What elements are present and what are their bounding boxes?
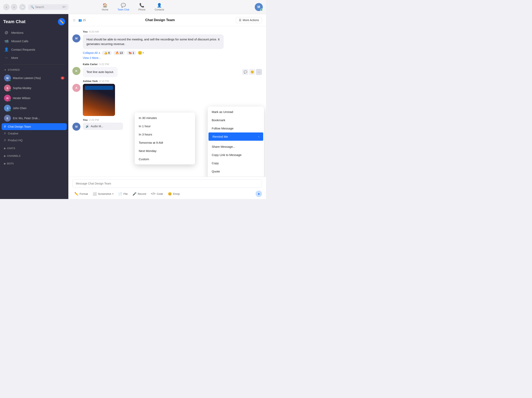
channel-name-chat-design: Chat Design Team [8, 125, 31, 128]
file-button[interactable]: 📄 File [116, 191, 130, 197]
remind-30min[interactable]: In 30 minutes [135, 114, 195, 122]
context-copy[interactable]: Copy [208, 159, 264, 167]
search-bar[interactable]: 🔍 Search ⌘F [28, 4, 68, 10]
chats-chevron-icon: ▶ [4, 147, 6, 150]
contact-item-sophia[interactable]: S Sophia Mosley [2, 83, 67, 93]
context-bookmark[interactable]: Bookmark [208, 116, 264, 124]
channel-item-chat-design[interactable]: # Chat Design Team [2, 123, 67, 130]
add-reaction-button[interactable]: 🙂+ [138, 51, 144, 55]
context-share[interactable]: Share Message... [208, 143, 264, 151]
contact-name-hester: Hester Wilson [13, 96, 30, 100]
sidebar: Team Chat ✏️ @ Mentions 📹 Missed Calls 👤… [0, 14, 68, 199]
remind-3hr[interactable]: In 3 hours [135, 130, 195, 139]
user-avatar[interactable]: M [255, 3, 263, 11]
contact-avatar-john: J [4, 105, 11, 112]
collapsible-chats: ▶ CHATS [0, 145, 68, 151]
channel-item-product-hq[interactable]: # Product HQ [2, 137, 67, 144]
nav-contacts[interactable]: 👤 Contacts [153, 2, 166, 12]
nav-back-button[interactable]: ‹ [3, 4, 10, 10]
collapse-chevron-icon: ∧ [98, 51, 100, 55]
contact-item-maurice[interactable]: M Maurice Lawson (You) 1 [2, 73, 67, 83]
remind-monday[interactable]: Next Monday [135, 147, 195, 155]
format-icon: ✏️ [74, 192, 78, 196]
send-button[interactable]: ➤ [256, 190, 262, 197]
badge-maurice: 1 [61, 76, 64, 79]
channels-section-header[interactable]: ▶ CHANNELS [2, 153, 67, 159]
message-input[interactable] [72, 179, 262, 188]
emoji-label: Emoji [173, 192, 180, 195]
sidebar-item-contact-requests[interactable]: 👤 Contact Requests [2, 45, 67, 54]
nav-history-button[interactable]: 🕐 [19, 4, 26, 10]
code-button[interactable]: </> Code [149, 191, 165, 197]
missed-calls-icon: 📹 [4, 39, 9, 43]
contact-item-hester[interactable]: H Hester Wilson [2, 93, 67, 103]
format-button[interactable]: ✏️ Format [72, 191, 90, 197]
emoji-button[interactable]: 😊 Emoji [166, 191, 182, 197]
record-button[interactable]: 🎤 Record [131, 191, 148, 197]
avatar-initials-eric: E [7, 117, 8, 120]
channel-hash-creative-icon: # [4, 132, 6, 135]
message-group-2: Katie Carter 5:22 PM K Text line auto la… [72, 63, 262, 77]
context-mark-unread[interactable]: Mark as Unread [208, 108, 264, 116]
fire-count: 13 [120, 51, 123, 55]
contact-name-maurice: Maurice Lawson (You) [13, 76, 41, 80]
compose-button[interactable]: ✏️ [58, 18, 65, 25]
sidebar-item-more[interactable]: ··· More [2, 54, 67, 62]
collapse-all-button[interactable]: Collapse All ∧ [83, 51, 100, 55]
remind-tomorrow[interactable]: Tomorrow at 9 AM [135, 139, 195, 147]
contact-requests-icon: 👤 [4, 47, 9, 52]
input-toolbar: ✏️ Format ⬜ Screenshot ▾ 📄 File 🎤 Record [72, 189, 262, 199]
member-count-value: 15 [83, 19, 86, 22]
remind-custom[interactable]: Custom [135, 155, 195, 163]
channels-label: CHANNELS [7, 155, 20, 157]
nav-team-chat[interactable]: 💬 Team Chat [116, 2, 131, 12]
online-dot-maurice [9, 79, 11, 82]
image-message [83, 84, 115, 116]
remind-label: Remind Me [213, 135, 228, 138]
message-input-area: ✏️ Format ⬜ Screenshot ▾ 📄 File 🎤 Record [68, 177, 266, 199]
message-row-1: M Host should be able to record the meet… [72, 34, 262, 59]
message-actions-2: 💬 🙂 ··· [242, 69, 262, 75]
contact-item-john[interactable]: J John Chen [2, 103, 67, 113]
react-button[interactable]: 🙂 [249, 69, 255, 75]
screenshot-button[interactable]: ⬜ Screenshot ▾ [91, 191, 115, 197]
context-remind[interactable]: Remind Me › [209, 133, 263, 141]
channel-item-creative[interactable]: # Creative [2, 130, 67, 137]
nav-forward-button[interactable]: › [11, 4, 17, 10]
reaction-thumbsup[interactable]: 👍 6 [102, 51, 112, 55]
reaction-fire[interactable]: 🔥 13 [113, 51, 125, 55]
context-quote[interactable]: Quote [208, 167, 264, 176]
avatar-initials-john: J [7, 107, 8, 110]
bots-section-header[interactable]: ▶ BOTS [2, 161, 67, 167]
contact-avatar-hester: H [4, 95, 11, 101]
audio-label: Audio M... [91, 125, 103, 128]
contact-item-eric[interactable]: E Eric Wu, Peter Drak... [2, 113, 67, 123]
chats-section-header[interactable]: ▶ CHATS [2, 145, 67, 151]
context-copy-link[interactable]: Copy Link to Message [208, 151, 264, 159]
channel-name-creative: Creative [8, 132, 18, 135]
message-group-1: You 9:20 AM M Host should be able to rec… [72, 30, 262, 59]
search-icon: 🔍 [31, 6, 34, 9]
nav-team-chat-label: Team Chat [117, 8, 129, 11]
format-label: Format [80, 192, 88, 195]
more-actions-button[interactable]: ☰ More Actions [236, 17, 262, 23]
reaction-watermelon[interactable]: 🍉 1 [127, 51, 136, 55]
sidebar-item-mentions[interactable]: @ Mentions [2, 29, 67, 37]
starred-header[interactable]: ▼ STARRED [2, 67, 67, 73]
mark-unread-label: Mark as Unread [212, 110, 233, 114]
contact-name-john: John Chen [13, 107, 26, 110]
chat-header: ☆ 👥 15 Chat Design Team ☰ More Actions [68, 14, 266, 26]
starred-chevron-icon: ▼ [4, 69, 6, 71]
code-icon: </> [151, 192, 156, 196]
more-button[interactable]: ··· [256, 69, 262, 75]
nav-home[interactable]: 🏠 Home [100, 2, 110, 12]
nav-phone[interactable]: 📞 Phone [137, 2, 147, 12]
remind-1hr[interactable]: In 1 hour [135, 122, 195, 130]
sidebar-item-missed-calls[interactable]: 📹 Missed Calls [2, 37, 67, 45]
nav-center: 🏠 Home 💬 Team Chat 📞 Phone 👤 Contacts [100, 2, 166, 12]
reply-button[interactable]: 💬 [242, 69, 248, 75]
context-follow[interactable]: Follow Message [208, 124, 264, 133]
view-more-button[interactable]: View 2 More... [83, 56, 262, 59]
star-button[interactable]: ☆ [72, 18, 76, 23]
code-label: Code [157, 192, 163, 195]
